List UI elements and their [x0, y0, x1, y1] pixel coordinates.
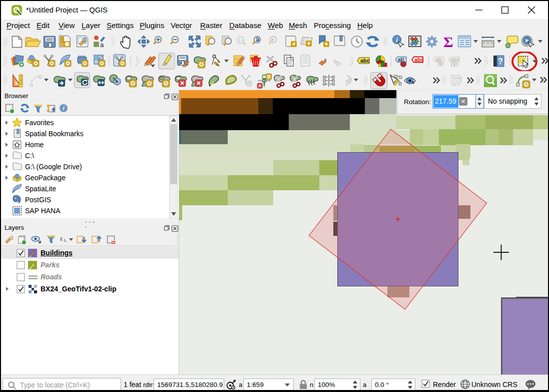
svg-text:abc: abc: [360, 58, 370, 64]
svg-text:ε: ε: [60, 235, 63, 242]
svg-text:?: ?: [498, 57, 503, 66]
svg-text:i: i: [396, 36, 398, 44]
svg-text:1:1: 1:1: [238, 39, 243, 42]
svg-text:a: a: [100, 41, 104, 49]
svg-text:Σ: Σ: [443, 34, 453, 50]
svg-text:abc: abc: [450, 57, 459, 63]
svg-text:abc: abc: [414, 57, 424, 63]
